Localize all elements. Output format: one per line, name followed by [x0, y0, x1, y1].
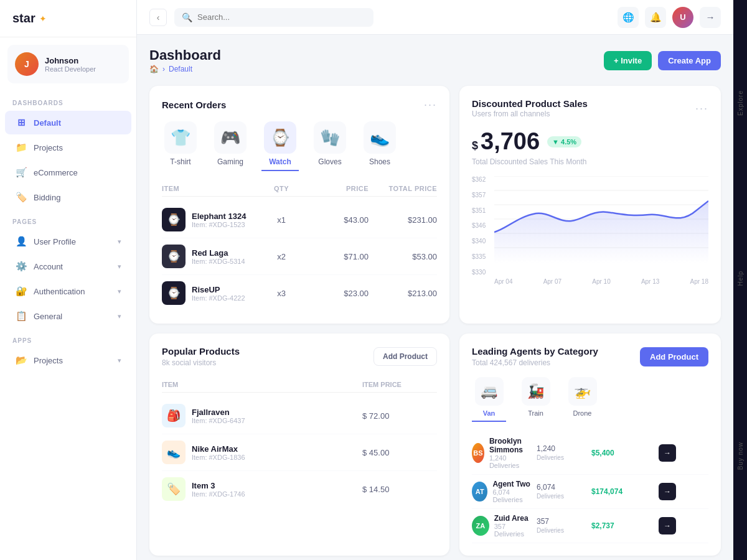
order-tab-gaming[interactable]: 🎮 Gaming [212, 121, 249, 171]
explore-label[interactable]: Explore [737, 90, 744, 116]
sidebar-item-bidding[interactable]: 🏷️ Bidding [5, 185, 131, 209]
leading-agents-header: Leading Agents by Category Total 424,567… [472, 346, 708, 367]
item-info: ⌚ RiseUP Item: #XDG-4222 [162, 281, 256, 305]
discount-value: $ 3,706 [472, 128, 540, 155]
table-row: ⌚ Elephant 1324 Item: #XDG-1523 x1 $43.0… [162, 202, 437, 238]
topbar-avatar[interactable]: U [672, 7, 693, 28]
van-icon: 🚐 [475, 377, 504, 406]
dashboards-section-label: DASHBOARDS [0, 91, 136, 110]
sidebar-item-authentication[interactable]: 🔐 Authentication ▾ [5, 279, 131, 303]
agent-deliveries-count: 357Deliveries [537, 517, 586, 534]
breadcrumb: 🏠 › Default [149, 65, 221, 73]
agent-deliveries-count: 6,074Deliveries [537, 483, 586, 500]
user-name: Johnson [45, 56, 96, 65]
gloves-icon: 🧤 [314, 121, 346, 154]
notification-icon[interactable]: 🔔 [645, 7, 666, 28]
list-item: 🏷️ Item 3 Item: #XDG-1746 $ 14.50 [162, 471, 437, 507]
agent-arrow-button[interactable]: → [659, 444, 676, 462]
table-row: ⌚ Red Laga Item: #XDG-5314 x2 $71.00 $53… [162, 238, 437, 275]
tshirt-icon: 👕 [164, 121, 197, 154]
order-tab-tshirt[interactable]: 👕 T-shirt [162, 121, 199, 171]
order-tab-watch[interactable]: ⌚ Watch [261, 121, 299, 171]
item-image: 👟 [162, 441, 186, 464]
search-input[interactable] [197, 12, 366, 22]
item-info: 🎒 Fjallraven Item: #XDG-6437 [162, 404, 362, 427]
gaming-icon: 🎮 [214, 121, 247, 154]
buy-now-label[interactable]: Buy now [737, 442, 744, 470]
discounted-sales-title: Discounted Product Sales [472, 98, 588, 109]
recent-orders-menu[interactable]: ··· [424, 98, 437, 111]
recent-orders-title: Recent Orders [162, 100, 226, 110]
agent-tab-drone[interactable]: 🚁 Drone [565, 377, 599, 422]
leading-agents-subtitle: Total 424,567 deliveries [472, 358, 598, 367]
globe-icon[interactable]: 🌐 [618, 7, 639, 28]
item-image: ⌚ [162, 245, 186, 268]
discounted-sales-header: Discounted Product Sales Users from all … [472, 98, 708, 118]
collapse-button[interactable]: ‹ [149, 9, 167, 26]
recent-orders-header: Recent Orders ··· [162, 98, 437, 111]
bidding-icon: 🏷️ [15, 191, 27, 203]
invite-button[interactable]: + Invite [604, 51, 652, 70]
topbar-right: 🌐 🔔 U → [618, 7, 721, 28]
chevron-down-icon: ▾ [118, 263, 121, 271]
chart-x-labels: Apr 04 Apr 07 Apr 10 Apr 13 Apr 18 [494, 278, 708, 285]
agent-avatar: ZA [472, 516, 489, 536]
user-profile-icon: 👤 [15, 235, 27, 248]
breadcrumb-home-icon: 🏠 [149, 65, 159, 73]
popular-products-card: Popular Products 8k social visitors Add … [149, 334, 449, 556]
grid-icon: ⊞ [15, 116, 27, 129]
logo-star-icon: ✦ [39, 14, 47, 24]
chevron-down-icon: ▾ [118, 357, 121, 365]
order-tab-gloves[interactable]: 🧤 Gloves [311, 121, 349, 171]
products-table-header: ITEM ITEM PRICE [162, 377, 437, 393]
order-tab-shoes[interactable]: 👟 Shoes [361, 121, 398, 171]
pages-section-label: PAGES [0, 210, 136, 229]
agent-arrow-button[interactable]: → [659, 483, 676, 500]
page-header: Dashboard 🏠 › Default + Invite Create Ap… [149, 47, 721, 73]
item-image: 🏷️ [162, 477, 186, 501]
agent-avatar: AT [472, 482, 487, 502]
agent-avatar: BS [472, 443, 484, 463]
sidebar-item-ecommerce[interactable]: 🛒 eCommerce [5, 161, 131, 184]
sidebar-item-default[interactable]: ⊞ Default [5, 111, 131, 134]
agents-add-product-button[interactable]: Add Product [640, 347, 708, 366]
leading-agents-title: Leading Agents by Category [472, 346, 598, 357]
sidebar-item-account[interactable]: ⚙️ Account ▾ [5, 254, 131, 278]
vertical-right-panel: Explore Help Buy now [733, 0, 747, 560]
agent-earnings: $5,400 [591, 449, 654, 457]
agent-arrow-button[interactable]: → [659, 517, 676, 534]
agent-tab-train[interactable]: 🚂 Train [519, 377, 553, 422]
main-wrapper: ‹ 🔍 🌐 🔔 U → Dashboard 🏠 › Default [137, 0, 733, 560]
search-bar: 🔍 [174, 8, 374, 27]
drone-icon: 🚁 [568, 377, 597, 406]
agents-tabs: 🚐 Van 🚂 Train 🚁 Drone [472, 377, 708, 422]
train-icon: 🚂 [522, 377, 550, 406]
sidebar-item-general[interactable]: 📋 General ▾ [5, 304, 131, 328]
ecommerce-icon: 🛒 [15, 166, 27, 179]
chevron-down-icon: ▾ [118, 312, 121, 320]
sidebar: star ✦ J Johnson React Developer DASHBOA… [0, 0, 137, 560]
discounted-sales-menu[interactable]: ··· [695, 102, 708, 115]
arrow-right-icon[interactable]: → [700, 7, 721, 28]
sidebar-item-apps-projects[interactable]: 📂 Projects ▾ [5, 348, 131, 372]
discount-value-row: $ 3,706 ▼ 4.5% [472, 128, 708, 155]
sidebar-item-user-profile[interactable]: 👤 User Profile ▾ [5, 230, 131, 253]
item-info: 🏷️ Item 3 Item: #XDG-1746 [162, 477, 362, 501]
page-header-buttons: + Invite Create App [604, 51, 721, 70]
shoes-icon: 👟 [364, 121, 396, 154]
create-app-button[interactable]: Create App [658, 51, 721, 70]
sidebar-item-projects[interactable]: 📁 Projects [5, 136, 131, 159]
recent-orders-card: Recent Orders ··· 👕 T-shirt 🎮 Gaming ⌚ [149, 86, 449, 324]
list-item: 🎒 Fjallraven Item: #XDG-6437 $ 72.00 [162, 398, 437, 434]
topbar: ‹ 🔍 🌐 🔔 U → [137, 0, 733, 35]
add-product-button[interactable]: Add Product [374, 347, 437, 366]
agent-tab-van[interactable]: 🚐 Van [472, 377, 506, 422]
table-row: AT Agent Two 6,074 Deliveries 6,074Deliv… [472, 475, 708, 509]
agent-earnings: $2,737 [591, 521, 654, 530]
agent-deliveries-count: 1,240Deliveries [537, 444, 586, 462]
item-image: ⌚ [162, 208, 186, 231]
watch-icon: ⌚ [264, 121, 296, 154]
item-info: ⌚ Red Laga Item: #XDG-5314 [162, 245, 256, 268]
item-image: ⌚ [162, 281, 186, 305]
help-label[interactable]: Help [737, 271, 744, 286]
